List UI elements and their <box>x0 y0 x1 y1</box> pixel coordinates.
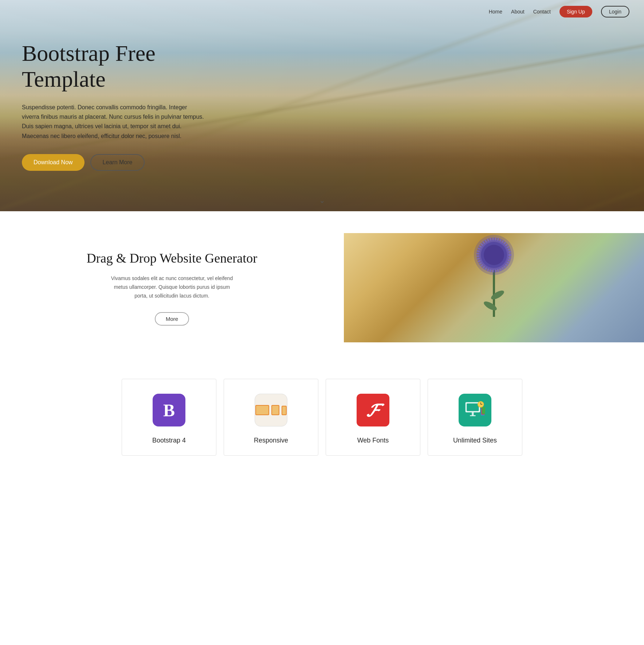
feature-label-webfonts: Web Fonts <box>357 437 389 444</box>
dnd-left-content: Drag & Drop Website Generator Vivamus so… <box>0 233 344 342</box>
signup-button[interactable]: Sign Up <box>559 6 592 17</box>
nav-contact[interactable]: Contact <box>533 9 551 15</box>
navbar: Home About Contact Sign Up Login <box>0 0 644 23</box>
dnd-title: Drag & Drop Website Generator <box>87 250 257 267</box>
svg-point-1 <box>490 289 506 301</box>
hero-title: Bootstrap Free Template <box>22 40 204 93</box>
feature-card-webfonts: 𝓕 Web Fonts <box>326 379 420 456</box>
svg-rect-15 <box>482 407 485 414</box>
feature-card-responsive: Responsive <box>224 379 318 456</box>
learn-more-button[interactable]: Learn More <box>90 154 145 171</box>
nav-links: Home About Contact Sign Up Login <box>489 6 629 17</box>
feature-card-bootstrap: B Bootstrap 4 <box>122 379 216 456</box>
nav-about[interactable]: About <box>511 9 525 15</box>
login-button[interactable]: Login <box>601 6 629 17</box>
unlimited-svg <box>462 397 488 423</box>
feature-card-unlimited: Unlimited Sites <box>428 379 522 456</box>
feature-label-unlimited: Unlimited Sites <box>453 437 497 444</box>
svg-rect-12 <box>470 415 476 416</box>
webfonts-icon: 𝓕 <box>357 394 389 426</box>
nav-home[interactable]: Home <box>489 9 502 15</box>
hero-description: Suspendisse potenti. Donec convallis com… <box>22 103 204 141</box>
more-button[interactable]: More <box>155 312 189 326</box>
chevron-down-icon[interactable]: ⌄ <box>319 196 325 205</box>
svg-point-2 <box>483 300 498 312</box>
unlimited-icon <box>459 394 491 426</box>
hero-section: Bootstrap Free Template Suspendisse pote… <box>0 0 644 211</box>
hero-content: Bootstrap Free Template Suspendisse pote… <box>0 11 226 200</box>
bootstrap-icon: B <box>153 394 185 426</box>
feature-label-responsive: Responsive <box>254 437 288 444</box>
svg-rect-11 <box>472 412 474 416</box>
flower-svg <box>458 233 530 331</box>
responsive-icon <box>255 394 287 426</box>
feature-label-bootstrap: Bootstrap 4 <box>152 437 186 444</box>
dnd-section: Drag & Drop Website Generator Vivamus so… <box>0 211 644 364</box>
download-now-button[interactable]: Download Now <box>22 154 85 171</box>
svg-point-8 <box>484 245 504 265</box>
dnd-image <box>344 233 644 342</box>
dnd-description: Vivamus sodales elit ac nunc consectetur… <box>110 274 234 300</box>
features-grid: B Bootstrap 4 Responsive 𝓕 Web Fonts <box>122 379 522 456</box>
hero-buttons: Download Now Learn More <box>22 154 204 171</box>
svg-rect-10 <box>467 404 479 411</box>
features-section: B Bootstrap 4 Responsive 𝓕 Web Fonts <box>0 364 644 477</box>
